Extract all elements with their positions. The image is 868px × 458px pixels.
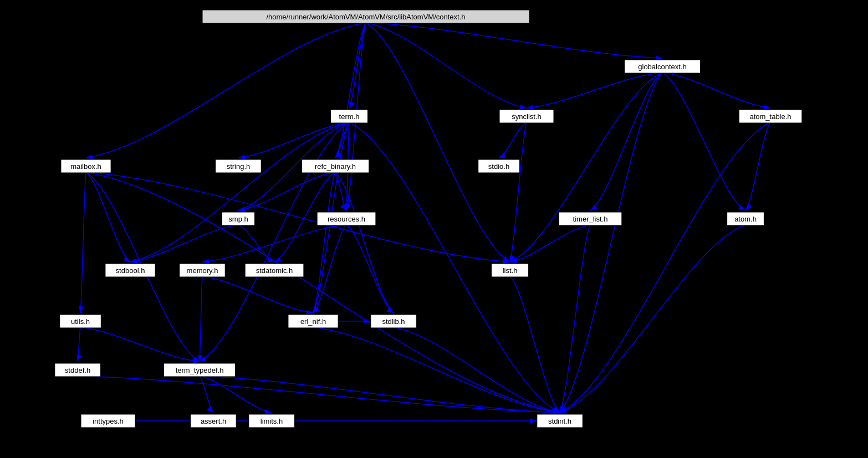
svg-text:limits.h: limits.h [261,417,283,425]
edge-stdlib_h-stdint_h [394,327,560,413]
svg-text:atom.h: atom.h [734,215,757,223]
edge-mailbox_h-stdbool_h [86,172,130,262]
svg-text:mailbox.h: mailbox.h [70,162,101,171]
node-stdbool_h: stdbool.h [105,264,155,277]
edge-globalcontext_h-atom_table_h [662,73,770,108]
edge-memory_h-term_typedef_h [200,276,202,362]
nodes-layer: /home/runner/work/AtomVM/AtomVM/src/libA… [55,10,802,428]
edge-context_h-list_h [366,23,510,262]
svg-text:stdio.h: stdio.h [488,162,509,171]
node-atom_table_h: atom_table.h [739,110,802,123]
node-list_h: list.h [492,264,529,277]
node-assert_h: assert.h [191,414,236,428]
edge-context_h-globalcontext_h [366,23,662,58]
svg-text:smp.h: smp.h [228,215,248,223]
svg-text:utils.h: utils.h [71,317,90,326]
node-refc_binary_h: refc_binary.h [302,159,369,173]
edge-context_h-synclist_h [366,23,527,108]
svg-text:stddef.h: stddef.h [65,366,90,374]
svg-text:term_typedef.h: term_typedef.h [176,366,224,374]
edge-globalcontext_h-list_h [510,73,662,262]
edges-layer [78,23,770,421]
edge-smp_h-stdatomic_h [238,225,274,262]
node-stdint_h: stdint.h [537,414,583,428]
edge-term_typedef_h-stdint_h [200,376,560,413]
node-mailbox_h: mailbox.h [61,159,111,173]
edge-refc_binary_h-stdlib_h [335,172,394,313]
node-inttypes_h: inttypes.h [81,414,135,428]
node-resources_h: resources.h [317,212,376,225]
edge-globalcontext_h-synclist_h [527,73,662,108]
edge-globalcontext_h-atom_h [662,73,746,210]
node-synclist_h: synclist.h [499,110,554,123]
edge-resources_h-erl_nif_h [313,225,346,313]
edge-mailbox_h-utils_h [80,172,86,313]
node-stdlib_h: stdlib.h [371,315,416,328]
node-memory_h: memory.h [180,264,225,277]
svg-text:resources.h: resources.h [328,215,365,223]
node-erl_nif_h: erl_nif.h [288,315,338,328]
svg-text:globalcontext.h: globalcontext.h [638,63,686,71]
svg-text:timer_list.h: timer_list.h [573,215,608,223]
svg-text:refc_binary.h: refc_binary.h [315,162,356,171]
edge-synclist_h-list_h [510,122,527,262]
edge-utils_h-stddef_h [78,327,80,362]
svg-text:erl_nif.h: erl_nif.h [300,317,326,326]
svg-text:inttypes.h: inttypes.h [93,417,124,425]
edge-globalcontext_h-stdint_h [560,73,662,413]
node-term_h: term.h [331,110,368,123]
node-stddef_h: stddef.h [55,363,100,377]
edge-memory_h-erl_nif_h [202,276,313,313]
dependency-graph: /home/runner/work/AtomVM/AtomVM/src/libA… [0,0,868,458]
svg-text:/home/runner/work/AtomVM/AtomV: /home/runner/work/AtomVM/AtomVM/src/libA… [266,13,465,21]
edge-atom_h-stdint_h [560,225,746,413]
svg-text:string.h: string.h [227,162,251,171]
node-globalcontext_h: globalcontext.h [625,60,701,73]
node-utils_h: utils.h [60,315,101,328]
svg-text:assert.h: assert.h [201,417,226,425]
edge-erl_nif_h-stdint_h [313,327,560,413]
edge-atom_table_h-stdint_h [560,122,770,413]
node-context_h: /home/runner/work/AtomVM/AtomVM/src/libA… [202,10,529,23]
node-timer_list_h: timer_list.h [559,212,622,225]
edge-resources_h-stdlib_h [346,225,394,313]
node-string_h: string.h [216,159,261,173]
edge-timer_list_h-stdint_h [560,225,590,413]
edge-refc_binary_h-erl_nif_h [313,172,335,313]
edge-term_h-stdbool_h [130,122,349,262]
svg-text:synclist.h: synclist.h [512,112,541,121]
svg-text:term.h: term.h [339,112,360,121]
svg-text:stdint.h: stdint.h [548,417,571,425]
svg-text:stdatomic.h: stdatomic.h [256,266,293,275]
graph-svg: /home/runner/work/AtomVM/AtomVM/src/libA… [0,0,868,458]
node-stdatomic_h: stdatomic.h [245,264,304,277]
svg-text:stdlib.h: stdlib.h [382,317,405,326]
svg-text:list.h: list.h [503,266,518,275]
edge-utils_h-term_typedef_h [80,327,200,362]
svg-text:memory.h: memory.h [187,266,218,275]
svg-text:stdbool.h: stdbool.h [116,266,145,275]
svg-text:atom_table.h: atom_table.h [749,112,791,121]
edge-term_typedef_h-assert_h [200,376,213,413]
edge-timer_list_h-list_h [510,225,590,262]
edge-atom_table_h-atom_h [746,122,770,210]
node-term_typedef_h: term_typedef.h [164,363,235,377]
node-stdio_h: stdio.h [478,159,520,173]
node-atom_h: atom.h [727,212,764,225]
node-limits_h: limits.h [249,414,294,428]
node-smp_h: smp.h [222,212,255,225]
